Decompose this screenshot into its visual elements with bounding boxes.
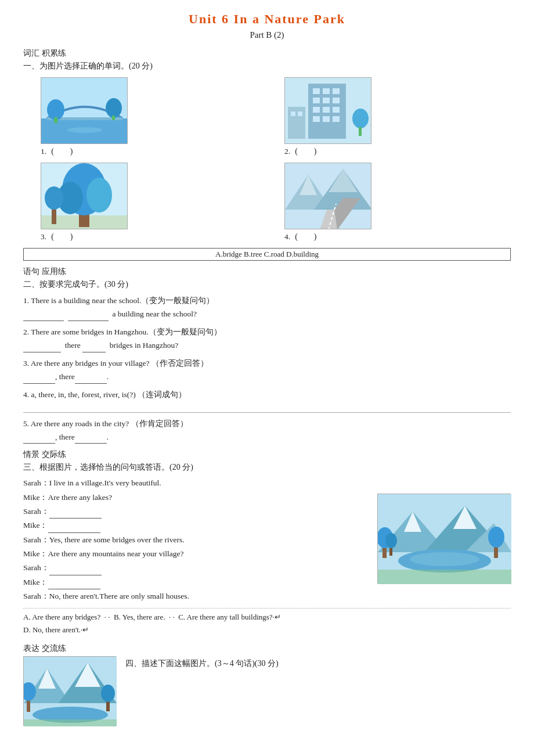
divider-4 bbox=[23, 412, 511, 413]
options-text: A.bridge B.tree C.road D.building bbox=[215, 250, 319, 259]
section4-image bbox=[23, 656, 116, 726]
section4-title: 四、描述下面这幅图片。(3～4 句话)(30 分) bbox=[125, 659, 279, 668]
img-box-3 bbox=[41, 163, 128, 229]
exercise-item-1: 1. There is a building near the school.（… bbox=[23, 294, 511, 321]
svg-rect-22 bbox=[288, 107, 305, 139]
dialogue-line-6: Mike：Are there any mountains near your v… bbox=[23, 547, 368, 561]
svg-rect-68 bbox=[24, 719, 117, 726]
section1-label: 词汇 积累练 bbox=[23, 48, 511, 59]
svg-point-50 bbox=[410, 552, 479, 566]
dialogue-line-1: Sarah：I live in a village.It's very beau… bbox=[23, 476, 368, 490]
svg-rect-18 bbox=[333, 107, 340, 113]
answer-paren-3: ( ) bbox=[51, 232, 73, 242]
svg-point-32 bbox=[86, 178, 112, 213]
dialogue-line-7: Sarah： bbox=[23, 561, 368, 575]
dialogue-area: Sarah：I live in a village.It's very beau… bbox=[23, 476, 511, 603]
img-label-row-1: 1. ( ) bbox=[41, 146, 73, 157]
num-4: 4. bbox=[284, 232, 290, 242]
svg-rect-24 bbox=[298, 111, 302, 116]
svg-rect-21 bbox=[333, 116, 340, 122]
img-box-1 bbox=[41, 77, 128, 144]
svg-point-54 bbox=[385, 533, 397, 548]
option-A: A. Are there any bridges? · · B. Yes, th… bbox=[23, 611, 511, 624]
dialogue-line-9: Sarah：No, there aren't.There are only sm… bbox=[23, 589, 368, 603]
options-row: A. Are there any bridges? · · B. Yes, th… bbox=[23, 608, 511, 636]
answer-paren-2: ( ) bbox=[295, 146, 316, 157]
subtitle: Part B (2) bbox=[23, 30, 511, 40]
answer-paren-4: ( ) bbox=[295, 232, 316, 242]
image-item-4: 4. ( ) bbox=[284, 163, 493, 242]
section4-label: 表达 交流练 bbox=[23, 643, 511, 654]
svg-rect-23 bbox=[291, 111, 295, 116]
svg-point-3 bbox=[47, 99, 64, 120]
dialogue-line-5: Sarah：Yes, there are some bridges over t… bbox=[23, 533, 368, 547]
svg-rect-26 bbox=[359, 127, 362, 136]
dialogue-line-4: Mike： bbox=[23, 519, 368, 532]
svg-point-34 bbox=[45, 186, 63, 210]
svg-rect-13 bbox=[313, 98, 320, 103]
svg-rect-14 bbox=[323, 98, 330, 103]
num-1: 1. bbox=[41, 147, 46, 156]
section1-title: 一、为图片选择正确的单词。(20 分) bbox=[23, 61, 511, 71]
svg-rect-57 bbox=[378, 570, 511, 584]
images-grid: 1. ( ) bbox=[41, 77, 493, 242]
svg-rect-16 bbox=[313, 107, 320, 113]
num-3: 3. bbox=[41, 232, 46, 242]
section3-title: 三、根据图片，选择恰当的问句或答语。(20 分) bbox=[23, 462, 511, 473]
img-box-4 bbox=[284, 163, 371, 229]
dialogue-line-3: Sarah： bbox=[23, 505, 368, 519]
dialogue-line-8: Mike： bbox=[23, 575, 368, 589]
section4: 表达 交流练 bbox=[23, 643, 511, 726]
image-item-1: 1. ( ) bbox=[41, 77, 250, 157]
svg-rect-17 bbox=[323, 107, 330, 113]
svg-point-25 bbox=[352, 109, 369, 128]
dialogue-text: Sarah：I live in a village.It's very beau… bbox=[23, 476, 368, 603]
answer-paren-1: ( ) bbox=[51, 146, 73, 157]
section3-label: 情景 交际练 bbox=[23, 449, 511, 460]
options-box: A.bridge B.tree C.road D.building bbox=[23, 248, 511, 261]
exercise-item-3: 3. Are there any bridges in your village… bbox=[23, 357, 511, 384]
exercise-item-4: 4. a, there, in, the, forest, river, is(… bbox=[23, 388, 511, 413]
svg-point-67 bbox=[101, 685, 115, 702]
image-item-2: 2. ( ) bbox=[284, 77, 493, 157]
exercise-item-5: 5. Are there any roads in the city? （作肯定… bbox=[23, 417, 511, 444]
image-item-3: 3. ( ) bbox=[41, 163, 250, 242]
svg-point-56 bbox=[488, 527, 504, 548]
img-label-row-4: 4. ( ) bbox=[284, 232, 316, 242]
svg-rect-11 bbox=[323, 88, 330, 94]
svg-rect-6 bbox=[112, 116, 115, 120]
option-D: D. No, there aren't.·↵ bbox=[23, 624, 511, 636]
section1-label-text: 词汇 积累练 bbox=[23, 49, 66, 57]
dialogue-image bbox=[377, 494, 511, 584]
page-title: Unit 6 In a Nature Park bbox=[23, 12, 511, 27]
section2-title: 二、按要求完成句子。(30 分) bbox=[23, 279, 511, 290]
exercise-item-2: 2. There are some bridges in Hangzhou.（变… bbox=[23, 326, 511, 352]
section4-text: 四、描述下面这幅图片。(3～4 句话)(30 分) bbox=[125, 656, 511, 671]
img-box-2 bbox=[284, 77, 371, 144]
svg-rect-20 bbox=[323, 116, 330, 122]
section3: 情景 交际练 三、根据图片，选择恰当的问句或答语。(20 分) Sarah：I … bbox=[23, 449, 511, 636]
img-label-row-2: 2. ( ) bbox=[284, 146, 316, 157]
dialogue-line-2: Mike：Are there any lakes? bbox=[23, 491, 368, 505]
num-2: 2. bbox=[284, 147, 290, 156]
svg-rect-10 bbox=[313, 88, 320, 94]
svg-rect-4 bbox=[54, 117, 57, 123]
svg-point-5 bbox=[106, 98, 122, 118]
svg-rect-12 bbox=[333, 88, 340, 94]
svg-point-7 bbox=[67, 127, 102, 133]
img-label-row-3: 3. ( ) bbox=[41, 232, 73, 242]
exercise-list: 1. There is a building near the school.（… bbox=[23, 294, 511, 444]
section4-content: 四、描述下面这幅图片。(3～4 句话)(30 分) bbox=[23, 656, 511, 726]
svg-rect-19 bbox=[313, 116, 320, 122]
section2-label: 语句 应用练 bbox=[23, 267, 511, 277]
svg-rect-15 bbox=[333, 98, 340, 103]
